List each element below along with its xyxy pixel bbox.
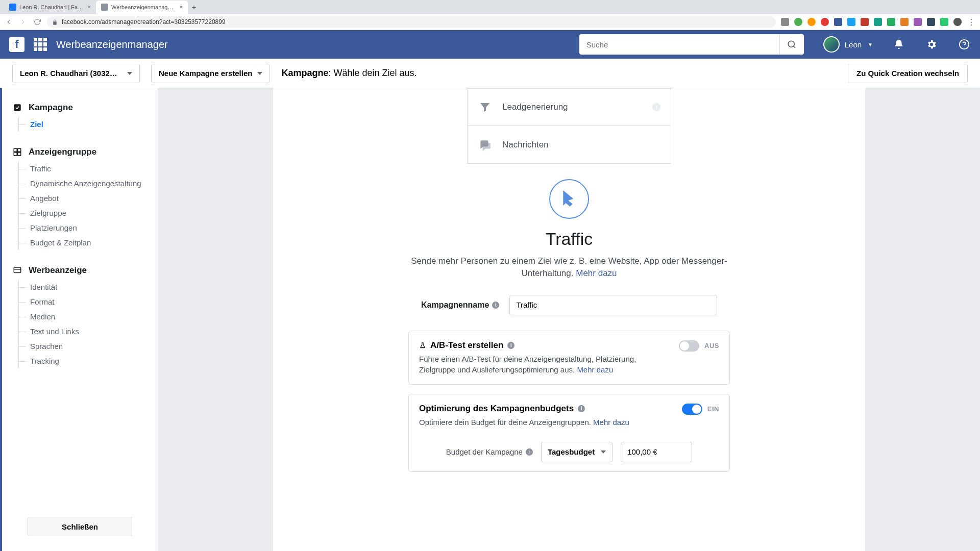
notifications-icon[interactable] — [892, 38, 905, 51]
account-dropdown-label: Leon R. Chaudhari (3032… — [20, 69, 117, 78]
sidebar-item-tracking[interactable]: Tracking — [19, 354, 158, 368]
sidebar-section-adset[interactable]: Anzeigengruppe — [2, 147, 158, 161]
quick-creation-button[interactable]: Zu Quick Creation wechseln — [848, 64, 968, 83]
sidebar-section-title: Kampagne — [29, 103, 73, 113]
sidebar-section-campaign[interactable]: Kampagne — [2, 103, 158, 117]
objective-option-leadgen[interactable]: Leadgenerierung i — [467, 88, 671, 126]
new-campaign-label: Neue Kampagne erstellen — [159, 69, 252, 78]
facebook-logo[interactable]: f — [9, 37, 24, 52]
toggle-state-label: EIN — [707, 405, 719, 413]
account-dropdown[interactable]: Leon R. Chaudhari (3032… — [12, 64, 140, 83]
user-menu[interactable]: Leon ▼ — [823, 36, 873, 53]
sidebar-item-text[interactable]: Text und Links — [19, 324, 158, 339]
info-icon[interactable]: i — [652, 103, 660, 111]
tab-close-icon[interactable]: × — [87, 4, 91, 11]
sidebar-item-label: Platzierungen — [30, 223, 77, 232]
svg-line-1 — [794, 46, 795, 47]
svg-rect-4 — [14, 104, 21, 111]
info-icon[interactable]: i — [507, 342, 514, 349]
extension-icon[interactable] — [807, 18, 816, 26]
objective-hero-title: Traffic — [408, 229, 730, 249]
chevron-down-icon — [257, 72, 262, 75]
extension-icon[interactable] — [900, 18, 909, 26]
svg-rect-6 — [18, 148, 21, 152]
svg-rect-8 — [18, 153, 21, 156]
learn-more-link[interactable]: Mehr dazu — [593, 418, 629, 427]
browser-tab[interactable]: Werbeanzeigenmanager - Cre… × — [96, 1, 188, 14]
sidebar-item-label: Medien — [30, 312, 55, 321]
extension-icon[interactable] — [874, 18, 882, 26]
svg-rect-9 — [14, 267, 21, 273]
url-field[interactable]: facebook.com/adsmanager/creation?act=303… — [47, 16, 776, 28]
campaign-icon — [12, 103, 22, 113]
sidebar-item-label: Identität — [30, 283, 57, 291]
info-icon[interactable]: i — [526, 448, 533, 456]
chevron-down-icon — [127, 72, 132, 75]
extension-icon[interactable] — [821, 18, 829, 26]
browser-menu-icon[interactable]: ⋮ — [967, 17, 976, 27]
abtest-toggle[interactable] — [679, 340, 699, 352]
learn-more-link[interactable]: Mehr dazu — [576, 268, 617, 278]
budgetopt-toggle[interactable] — [682, 404, 702, 415]
sidebar-item-audience[interactable]: Zielgruppe — [19, 206, 158, 220]
sidebar-item-label: Zielgruppe — [30, 209, 66, 217]
sidebar-item-placements[interactable]: Platzierungen — [19, 220, 158, 235]
help-icon[interactable] — [958, 38, 971, 51]
sidebar-item-label: Format — [30, 297, 55, 306]
svg-rect-7 — [14, 153, 17, 156]
sidebar-item-budget[interactable]: Budget & Zeitplan — [19, 235, 158, 250]
traffic-hero-icon — [549, 179, 589, 219]
forward-button[interactable] — [18, 17, 28, 27]
close-button[interactable]: Schließen — [28, 517, 132, 536]
abtest-desc: Führe einen A/B-Test für deine Anzeigeng… — [419, 354, 673, 375]
sidebar-section-ad[interactable]: Werbeanzeige — [2, 265, 158, 280]
browser-tab[interactable]: Leon R. Chaudhari | Facebook × — [4, 1, 96, 14]
extension-icon[interactable] — [914, 18, 922, 26]
sidebar-item-offer[interactable]: Angebot — [19, 191, 158, 206]
sidebar-item-label: Traffic — [30, 164, 51, 173]
sidebar-item-format[interactable]: Format — [19, 294, 158, 309]
back-button[interactable] — [4, 17, 13, 27]
extension-icon[interactable] — [781, 18, 789, 26]
new-campaign-dropdown[interactable]: Neue Kampagne erstellen — [151, 64, 270, 83]
search-input[interactable] — [579, 40, 779, 49]
svg-rect-5 — [14, 148, 17, 152]
extension-icon[interactable] — [834, 18, 842, 26]
sidebar-item-languages[interactable]: Sprachen — [19, 339, 158, 354]
tab-close-icon[interactable]: × — [179, 4, 183, 11]
sidebar-item-traffic[interactable]: Traffic — [19, 161, 158, 176]
address-bar: facebook.com/adsmanager/creation?act=303… — [0, 14, 980, 30]
sidebar-item-label: Budget & Zeitplan — [30, 238, 91, 247]
objective-option-messages[interactable]: Nachrichten — [467, 126, 671, 164]
budget-amount-input[interactable] — [621, 442, 692, 462]
messages-icon — [478, 138, 492, 152]
extension-icon[interactable] — [927, 18, 935, 26]
search-box — [579, 34, 804, 55]
info-icon[interactable]: i — [578, 405, 585, 412]
settings-icon[interactable] — [925, 38, 938, 51]
extension-icon[interactable] — [940, 18, 948, 26]
page-title: Kampagne: Wähle dein Ziel aus. — [281, 68, 837, 79]
sidebar-item-media[interactable]: Medien — [19, 309, 158, 324]
campaign-name-input[interactable] — [509, 295, 717, 315]
sidebar-item-dynamic[interactable]: Dynamische Anzeigengestaltung — [19, 176, 158, 191]
quick-creation-label: Zu Quick Creation wechseln — [856, 69, 959, 78]
sidebar-item-label: Angebot — [30, 194, 59, 203]
sidebar-item-identity[interactable]: Identität — [19, 280, 158, 294]
extension-icon[interactable] — [861, 18, 869, 26]
learn-more-link[interactable]: Mehr dazu — [577, 365, 613, 374]
extension-icon[interactable] — [847, 18, 855, 26]
campaign-budget-label: Budget der Kampagne i — [446, 447, 533, 456]
search-button[interactable] — [779, 34, 804, 55]
new-tab-button[interactable]: + — [188, 3, 200, 11]
info-icon[interactable]: i — [492, 302, 499, 309]
extension-icon[interactable] — [887, 18, 895, 26]
extension-icon[interactable] — [794, 18, 802, 26]
sidebar-item-ziel[interactable]: Ziel — [19, 117, 158, 132]
app-switcher-icon[interactable] — [34, 38, 47, 51]
budget-type-dropdown[interactable]: Tagesbudget — [541, 442, 612, 462]
app-title: Werbeanzeigenmanager — [56, 39, 168, 51]
flask-icon — [419, 341, 426, 349]
profile-icon[interactable] — [953, 18, 962, 26]
reload-button[interactable] — [33, 17, 42, 27]
